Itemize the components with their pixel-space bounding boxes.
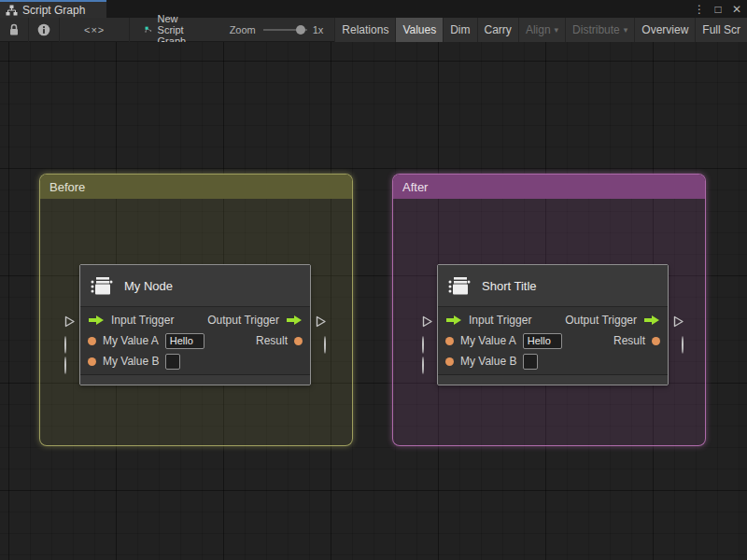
chevron-down-icon: ▾ — [624, 25, 628, 35]
value-a-input[interactable] — [165, 333, 204, 349]
relations-button[interactable]: Relations — [334, 18, 395, 42]
result-label: Result — [256, 334, 288, 347]
graph-toolbar: <×> New Script Graph Zoom 1x Relations V… — [0, 18, 747, 42]
value-b-input[interactable] — [523, 354, 538, 370]
trigger-in-port-icon[interactable] — [445, 315, 462, 326]
maximize-icon[interactable]: □ — [712, 3, 725, 16]
trigger-row: Input Trigger Output Trigger — [438, 310, 668, 330]
external-result-port[interactable] — [682, 337, 684, 354]
unit-icon — [447, 273, 472, 298]
value-a-label: My Value A — [460, 334, 516, 347]
align-button[interactable]: Align▾ — [518, 18, 565, 42]
overview-button[interactable]: Overview — [634, 18, 695, 42]
trigger-in-port-icon[interactable] — [88, 315, 105, 326]
menu-icon[interactable]: ⋮ — [693, 3, 706, 16]
value-in-port-icon[interactable] — [445, 337, 454, 345]
output-trigger-label: Output Trigger — [207, 314, 279, 327]
group-before-header[interactable]: Before — [40, 175, 352, 199]
external-value-b-port[interactable] — [422, 357, 424, 374]
graph-canvas[interactable]: Before After My Node — [0, 42, 747, 560]
trigger-out-port-icon[interactable] — [286, 315, 303, 326]
output-trigger-label: Output Trigger — [565, 314, 637, 327]
trigger-out-port-icon[interactable] — [643, 315, 660, 326]
value-a-row: My Value A Result — [80, 330, 310, 351]
unit-icon — [90, 273, 114, 298]
group-before-label: Before — [49, 180, 85, 194]
external-trigger-in-port[interactable] — [421, 315, 433, 331]
value-out-port-icon[interactable] — [652, 337, 660, 345]
zoom-label: Zoom — [230, 24, 256, 35]
value-a-input[interactable] — [523, 333, 562, 349]
external-trigger-out-port[interactable] — [315, 315, 327, 331]
carry-label: Carry — [485, 23, 512, 36]
distribute-label: Distribute — [572, 23, 620, 36]
lock-icon[interactable] — [0, 18, 28, 42]
value-b-input[interactable] — [165, 354, 180, 370]
close-icon[interactable]: ✕ — [730, 3, 743, 16]
graph-node-icon — [145, 23, 151, 35]
group-after-header[interactable]: After — [393, 175, 705, 199]
active-tab-accent — [0, 0, 106, 2]
carry-button[interactable]: Carry — [477, 18, 518, 42]
node-short-title-header[interactable]: Short Title — [438, 265, 668, 307]
value-in-port-icon[interactable] — [88, 337, 96, 345]
node-footer — [80, 374, 310, 385]
hierarchy-icon — [6, 5, 18, 16]
value-in-port-icon[interactable] — [88, 357, 96, 366]
external-trigger-in-port[interactable] — [63, 315, 76, 331]
zoom-value: 1x — [313, 24, 324, 35]
node-my-node-header[interactable]: My Node — [80, 265, 310, 307]
values-button[interactable]: Values — [395, 18, 443, 42]
toolbar-buttons: Relations Values Dim Carry Align▾ Distri… — [334, 18, 747, 42]
value-a-label: My Value A — [103, 334, 159, 347]
group-after-label: After — [402, 180, 428, 194]
node-my-node[interactable]: My Node Input Trigger Output Trigger My … — [79, 264, 311, 385]
external-trigger-out-port[interactable] — [672, 315, 684, 331]
dim-label: Dim — [450, 23, 470, 36]
zoom-slider[interactable] — [263, 24, 307, 35]
external-value-a-port[interactable] — [422, 337, 424, 354]
full-screen-button[interactable]: Full Scr — [695, 18, 747, 42]
value-b-label: My Value B — [460, 355, 516, 368]
result-label: Result — [613, 334, 645, 347]
code-preview-icon[interactable]: <×> — [60, 24, 129, 35]
node-body: Input Trigger Output Trigger My Value A … — [438, 307, 668, 371]
full-screen-label: Full Scr — [702, 23, 740, 36]
script-graph-window: Script Graph ⋮ □ ✕ <×> — [0, 0, 747, 560]
values-label: Values — [402, 23, 436, 36]
window-controls: ⋮ □ ✕ — [693, 0, 743, 18]
value-out-port-icon[interactable] — [294, 337, 303, 345]
align-label: Align — [526, 23, 551, 36]
node-title: Short Title — [482, 279, 537, 293]
node-footer — [438, 374, 668, 385]
tab-title: Script Graph — [22, 4, 85, 17]
dim-button[interactable]: Dim — [443, 18, 476, 42]
value-a-row: My Value A Result — [438, 330, 668, 351]
external-result-port[interactable] — [324, 337, 326, 354]
value-in-port-icon[interactable] — [445, 357, 454, 366]
input-trigger-label: Input Trigger — [111, 314, 174, 327]
external-value-b-port[interactable] — [64, 357, 66, 374]
zoom-slider-handle[interactable] — [296, 25, 305, 35]
relations-label: Relations — [342, 23, 388, 36]
node-short-title[interactable]: Short Title Input Trigger Output Trigger… — [437, 264, 669, 385]
overview-label: Overview — [641, 23, 688, 36]
tab-script-graph[interactable]: Script Graph — [0, 0, 106, 18]
value-b-row: My Value B — [80, 351, 310, 371]
value-b-label: My Value B — [103, 355, 159, 368]
tab-bar: Script Graph ⋮ □ ✕ — [0, 0, 747, 18]
node-body: Input Trigger Output Trigger My Value A … — [80, 307, 310, 371]
distribute-button[interactable]: Distribute▾ — [565, 18, 634, 42]
external-value-a-port[interactable] — [64, 337, 66, 354]
chevron-down-icon: ▾ — [555, 25, 559, 35]
trigger-row: Input Trigger Output Trigger — [80, 310, 310, 330]
info-icon[interactable] — [29, 18, 59, 42]
input-trigger-label: Input Trigger — [469, 314, 531, 327]
value-b-row: My Value B — [438, 351, 668, 371]
node-title: My Node — [124, 279, 173, 293]
